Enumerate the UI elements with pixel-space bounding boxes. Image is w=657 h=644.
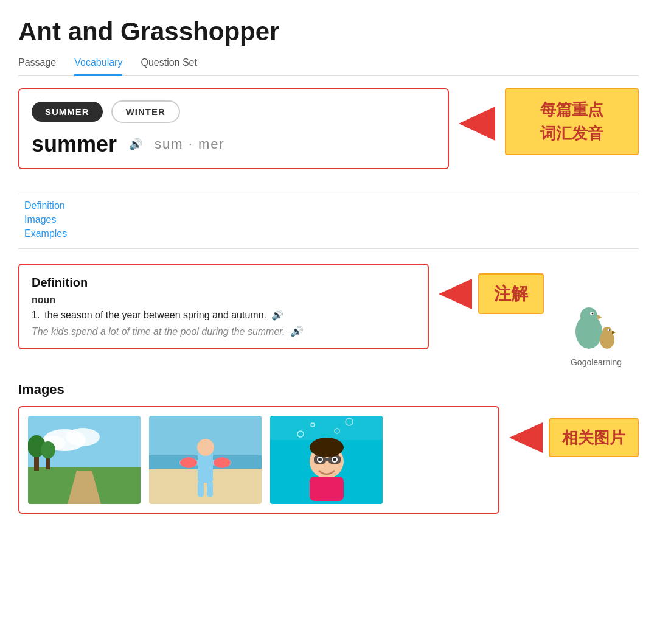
def-arrow-left-icon: [439, 279, 472, 309]
def-text: 1. the season of the year between spring…: [32, 309, 415, 321]
images-card: [18, 406, 499, 514]
images-title: Images: [18, 382, 499, 397]
svg-point-3: [580, 307, 597, 324]
svg-point-6: [592, 313, 594, 315]
svg-point-47: [310, 438, 344, 457]
btn-summer[interactable]: SUMMER: [32, 102, 103, 122]
svg-rect-42: [325, 458, 328, 461]
def-annotation-box: 注解: [478, 273, 544, 314]
phonetic: sum · mer: [155, 136, 225, 152]
tab-vocabulary[interactable]: Vocabulary: [74, 57, 122, 76]
gogo-area: Gogolearning: [554, 300, 639, 367]
svg-point-46: [333, 458, 336, 461]
image-2: [149, 416, 262, 504]
speaker-icon[interactable]: 🔊: [129, 138, 142, 151]
images-annotation-box: 相关图片: [549, 418, 639, 457]
svg-rect-31: [198, 481, 204, 497]
images-annotation-col: 相关图片: [509, 382, 639, 457]
svg-point-30: [214, 457, 231, 468]
gogo-brand: Gogolearning: [554, 357, 639, 367]
btn-winter[interactable]: WINTER: [111, 100, 180, 123]
example-content: The kids spend a lot of time at the pool…: [32, 326, 285, 337]
arrow-left-icon: [459, 107, 495, 141]
example-text: The kids spend a lot of time at the pool…: [32, 326, 415, 337]
svg-point-44: [318, 458, 322, 461]
gogolearning-logo-icon: [566, 300, 627, 355]
image-3: [270, 416, 383, 504]
images-section: Images: [18, 382, 499, 514]
vocab-annotation-box: 每篇重点词汇发音: [505, 88, 639, 155]
vocab-annotation-wrapper: SUMMER WINTER summer 🔊 sum · mer 每篇重点词汇发…: [18, 88, 639, 181]
svg-marker-49: [509, 422, 543, 453]
svg-point-8: [602, 327, 612, 337]
word-display: summer 🔊 sum · mer: [32, 131, 436, 157]
example-speaker-icon[interactable]: 🔊: [290, 326, 302, 337]
svg-point-11: [609, 329, 610, 331]
images-arrow-left-icon: [509, 422, 543, 453]
link-examples[interactable]: Examples: [24, 228, 639, 239]
svg-point-26: [197, 439, 214, 456]
definition-section: Definition noun 1. the season of the yea…: [18, 264, 429, 349]
def-number: 1.: [32, 310, 40, 321]
pos-label: noun: [32, 295, 415, 306]
def-content: the season of the year between spring an…: [44, 310, 266, 321]
svg-rect-32: [207, 481, 213, 497]
images-row-wrapper: Images: [18, 382, 639, 526]
svg-point-29: [180, 457, 197, 468]
svg-marker-9: [612, 331, 616, 334]
vocab-arrow-area: [459, 88, 495, 141]
landscape-image: [28, 416, 141, 504]
definition-title: Definition: [32, 276, 415, 290]
svg-rect-34: [270, 416, 383, 440]
beach-image: [149, 416, 262, 504]
svg-rect-25: [198, 452, 213, 483]
page-title: Ant and Grasshopper: [18, 17, 639, 46]
def-row-wrapper: Definition noun 1. the season of the yea…: [18, 264, 639, 367]
svg-marker-1: [439, 279, 472, 309]
svg-marker-4: [597, 315, 602, 320]
vocab-card: SUMMER WINTER summer 🔊 sum · mer: [18, 88, 449, 169]
link-definition[interactable]: Definition: [24, 200, 639, 211]
word-main: summer: [32, 131, 117, 157]
sub-links: Definition Images Examples: [18, 194, 639, 249]
image-1: [28, 416, 141, 504]
link-images[interactable]: Images: [24, 214, 639, 225]
page-wrapper: Ant and Grasshopper Passage Vocabulary Q…: [0, 0, 657, 644]
def-annotation-col: 注解: [439, 264, 544, 314]
tab-passage[interactable]: Passage: [18, 57, 56, 76]
svg-rect-48: [310, 477, 344, 501]
svg-marker-0: [459, 107, 495, 141]
svg-point-14: [66, 428, 100, 446]
svg-point-21: [41, 441, 55, 458]
underwater-image: [270, 416, 383, 504]
word-buttons: SUMMER WINTER: [32, 100, 436, 123]
tab-question-set[interactable]: Question Set: [141, 57, 197, 76]
def-speaker-icon[interactable]: 🔊: [271, 309, 283, 321]
tabs-bar: Passage Vocabulary Question Set: [18, 57, 639, 76]
